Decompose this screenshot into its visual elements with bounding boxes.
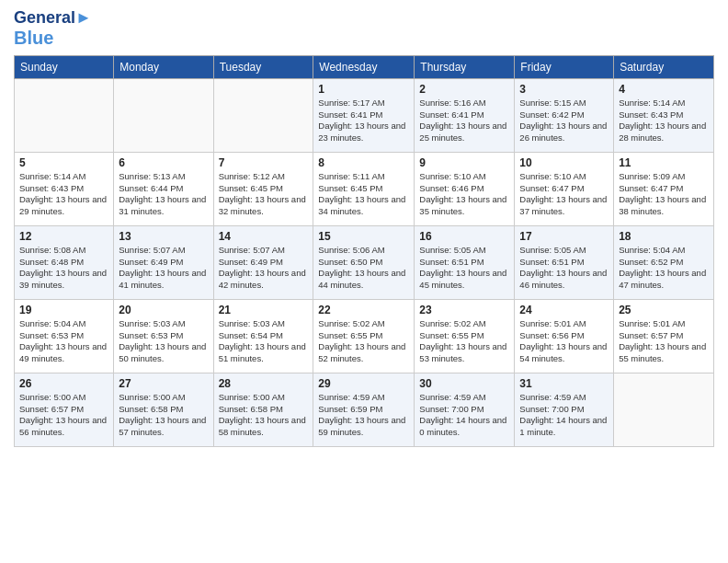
calendar-cell: 10Sunrise: 5:10 AM Sunset: 6:47 PM Dayli… bbox=[515, 152, 614, 225]
calendar-cell: 6Sunrise: 5:13 AM Sunset: 6:44 PM Daylig… bbox=[114, 152, 213, 225]
day-info: Sunrise: 5:01 AM Sunset: 6:57 PM Dayligh… bbox=[619, 318, 709, 365]
weekday-header-thursday: Thursday bbox=[415, 55, 515, 78]
day-info: Sunrise: 5:05 AM Sunset: 6:51 PM Dayligh… bbox=[519, 245, 609, 292]
weekday-header-row: SundayMondayTuesdayWednesdayThursdayFrid… bbox=[15, 55, 714, 78]
day-info: Sunrise: 5:00 AM Sunset: 6:58 PM Dayligh… bbox=[219, 392, 309, 439]
calendar-cell: 20Sunrise: 5:03 AM Sunset: 6:53 PM Dayli… bbox=[114, 299, 213, 373]
day-number: 4 bbox=[619, 83, 709, 96]
day-info: Sunrise: 5:02 AM Sunset: 6:55 PM Dayligh… bbox=[318, 318, 409, 365]
day-number: 25 bbox=[619, 304, 709, 316]
day-number: 1 bbox=[318, 83, 409, 96]
day-number: 28 bbox=[219, 377, 309, 390]
day-number: 10 bbox=[519, 156, 609, 169]
day-info: Sunrise: 5:10 AM Sunset: 6:47 PM Dayligh… bbox=[519, 171, 609, 218]
calendar-cell: 30Sunrise: 4:59 AM Sunset: 7:00 PM Dayli… bbox=[415, 373, 515, 446]
calendar-cell: 11Sunrise: 5:09 AM Sunset: 6:47 PM Dayli… bbox=[614, 152, 714, 225]
day-number: 9 bbox=[419, 156, 509, 169]
calendar-cell: 24Sunrise: 5:01 AM Sunset: 6:56 PM Dayli… bbox=[515, 299, 614, 373]
day-info: Sunrise: 5:13 AM Sunset: 6:44 PM Dayligh… bbox=[119, 171, 208, 218]
calendar-cell: 26Sunrise: 5:00 AM Sunset: 6:57 PM Dayli… bbox=[15, 373, 114, 446]
weekday-header-sunday: Sunday bbox=[15, 55, 114, 78]
calendar-cell: 3Sunrise: 5:15 AM Sunset: 6:42 PM Daylig… bbox=[515, 78, 614, 152]
calendar-cell: 23Sunrise: 5:02 AM Sunset: 6:55 PM Dayli… bbox=[415, 299, 515, 373]
day-number: 2 bbox=[419, 83, 509, 96]
calendar-cell: 19Sunrise: 5:04 AM Sunset: 6:53 PM Dayli… bbox=[15, 299, 114, 373]
day-info: Sunrise: 5:11 AM Sunset: 6:45 PM Dayligh… bbox=[318, 171, 409, 218]
day-info: Sunrise: 5:15 AM Sunset: 6:42 PM Dayligh… bbox=[519, 98, 609, 144]
day-info: Sunrise: 4:59 AM Sunset: 6:59 PM Dayligh… bbox=[318, 392, 409, 439]
day-number: 19 bbox=[19, 304, 108, 316]
calendar-cell: 21Sunrise: 5:03 AM Sunset: 6:54 PM Dayli… bbox=[213, 299, 313, 373]
day-number: 20 bbox=[119, 304, 208, 316]
day-number: 22 bbox=[318, 304, 409, 316]
calendar-cell bbox=[15, 78, 114, 152]
day-info: Sunrise: 5:00 AM Sunset: 6:58 PM Dayligh… bbox=[119, 392, 208, 439]
day-info: Sunrise: 5:01 AM Sunset: 6:56 PM Dayligh… bbox=[519, 318, 609, 365]
day-number: 6 bbox=[119, 156, 208, 169]
day-info: Sunrise: 5:03 AM Sunset: 6:53 PM Dayligh… bbox=[119, 318, 208, 365]
calendar-cell: 9Sunrise: 5:10 AM Sunset: 6:46 PM Daylig… bbox=[415, 152, 515, 225]
calendar-table: SundayMondayTuesdayWednesdayThursdayFrid… bbox=[14, 55, 714, 447]
calendar-cell: 16Sunrise: 5:05 AM Sunset: 6:51 PM Dayli… bbox=[415, 225, 515, 299]
calendar-cell: 13Sunrise: 5:07 AM Sunset: 6:49 PM Dayli… bbox=[114, 225, 213, 299]
calendar-cell: 7Sunrise: 5:12 AM Sunset: 6:45 PM Daylig… bbox=[213, 152, 313, 225]
calendar-cell: 1Sunrise: 5:17 AM Sunset: 6:41 PM Daylig… bbox=[313, 78, 415, 152]
calendar-cell bbox=[114, 78, 213, 152]
day-info: Sunrise: 5:05 AM Sunset: 6:51 PM Dayligh… bbox=[419, 245, 509, 292]
logo-blue: Blue bbox=[14, 28, 92, 48]
weekday-header-monday: Monday bbox=[114, 55, 213, 78]
day-number: 18 bbox=[619, 230, 709, 243]
calendar-cell: 18Sunrise: 5:04 AM Sunset: 6:52 PM Dayli… bbox=[614, 225, 714, 299]
day-number: 11 bbox=[619, 156, 709, 169]
day-info: Sunrise: 5:17 AM Sunset: 6:41 PM Dayligh… bbox=[318, 98, 409, 144]
day-info: Sunrise: 4:59 AM Sunset: 7:00 PM Dayligh… bbox=[419, 392, 509, 439]
logo: General► Blue bbox=[14, 9, 92, 48]
logo-text: General► bbox=[14, 9, 92, 28]
day-number: 26 bbox=[19, 377, 108, 390]
day-number: 23 bbox=[419, 304, 509, 316]
day-number: 8 bbox=[318, 156, 409, 169]
day-number: 31 bbox=[519, 377, 609, 390]
day-number: 15 bbox=[318, 230, 409, 243]
day-number: 24 bbox=[519, 304, 609, 316]
day-info: Sunrise: 5:07 AM Sunset: 6:49 PM Dayligh… bbox=[219, 245, 309, 292]
week-row-3: 12Sunrise: 5:08 AM Sunset: 6:48 PM Dayli… bbox=[15, 225, 714, 299]
weekday-header-wednesday: Wednesday bbox=[313, 55, 415, 78]
calendar-cell: 5Sunrise: 5:14 AM Sunset: 6:43 PM Daylig… bbox=[15, 152, 114, 225]
calendar-cell bbox=[213, 78, 313, 152]
day-info: Sunrise: 5:12 AM Sunset: 6:45 PM Dayligh… bbox=[219, 171, 309, 218]
week-row-5: 26Sunrise: 5:00 AM Sunset: 6:57 PM Dayli… bbox=[15, 373, 714, 446]
calendar-cell: 4Sunrise: 5:14 AM Sunset: 6:43 PM Daylig… bbox=[614, 78, 714, 152]
weekday-header-tuesday: Tuesday bbox=[213, 55, 313, 78]
day-number: 12 bbox=[19, 230, 108, 243]
day-info: Sunrise: 5:09 AM Sunset: 6:47 PM Dayligh… bbox=[619, 171, 709, 218]
day-info: Sunrise: 5:14 AM Sunset: 6:43 PM Dayligh… bbox=[19, 171, 108, 218]
calendar-cell: 27Sunrise: 5:00 AM Sunset: 6:58 PM Dayli… bbox=[114, 373, 213, 446]
day-number: 17 bbox=[519, 230, 609, 243]
calendar-cell: 28Sunrise: 5:00 AM Sunset: 6:58 PM Dayli… bbox=[213, 373, 313, 446]
day-info: Sunrise: 5:10 AM Sunset: 6:46 PM Dayligh… bbox=[419, 171, 509, 218]
calendar-cell: 2Sunrise: 5:16 AM Sunset: 6:41 PM Daylig… bbox=[415, 78, 515, 152]
calendar-cell: 15Sunrise: 5:06 AM Sunset: 6:50 PM Dayli… bbox=[313, 225, 415, 299]
calendar-cell: 25Sunrise: 5:01 AM Sunset: 6:57 PM Dayli… bbox=[614, 299, 714, 373]
day-number: 30 bbox=[419, 377, 509, 390]
day-number: 13 bbox=[119, 230, 208, 243]
day-info: Sunrise: 5:00 AM Sunset: 6:57 PM Dayligh… bbox=[19, 392, 108, 439]
calendar-cell: 29Sunrise: 4:59 AM Sunset: 6:59 PM Dayli… bbox=[313, 373, 415, 446]
day-number: 29 bbox=[318, 377, 409, 390]
day-number: 5 bbox=[19, 156, 108, 169]
day-info: Sunrise: 5:07 AM Sunset: 6:49 PM Dayligh… bbox=[119, 245, 208, 292]
calendar-cell: 14Sunrise: 5:07 AM Sunset: 6:49 PM Dayli… bbox=[213, 225, 313, 299]
day-info: Sunrise: 5:02 AM Sunset: 6:55 PM Dayligh… bbox=[419, 318, 509, 365]
day-number: 21 bbox=[219, 304, 309, 316]
calendar-cell: 17Sunrise: 5:05 AM Sunset: 6:51 PM Dayli… bbox=[515, 225, 614, 299]
day-info: Sunrise: 5:14 AM Sunset: 6:43 PM Dayligh… bbox=[619, 98, 709, 144]
calendar-cell: 31Sunrise: 4:59 AM Sunset: 7:00 PM Dayli… bbox=[515, 373, 614, 446]
week-row-2: 5Sunrise: 5:14 AM Sunset: 6:43 PM Daylig… bbox=[15, 152, 714, 225]
weekday-header-friday: Friday bbox=[515, 55, 614, 78]
calendar-cell: 12Sunrise: 5:08 AM Sunset: 6:48 PM Dayli… bbox=[15, 225, 114, 299]
week-row-4: 19Sunrise: 5:04 AM Sunset: 6:53 PM Dayli… bbox=[15, 299, 714, 373]
header: General► Blue bbox=[14, 9, 714, 48]
calendar-cell: 22Sunrise: 5:02 AM Sunset: 6:55 PM Dayli… bbox=[313, 299, 415, 373]
day-number: 7 bbox=[219, 156, 309, 169]
